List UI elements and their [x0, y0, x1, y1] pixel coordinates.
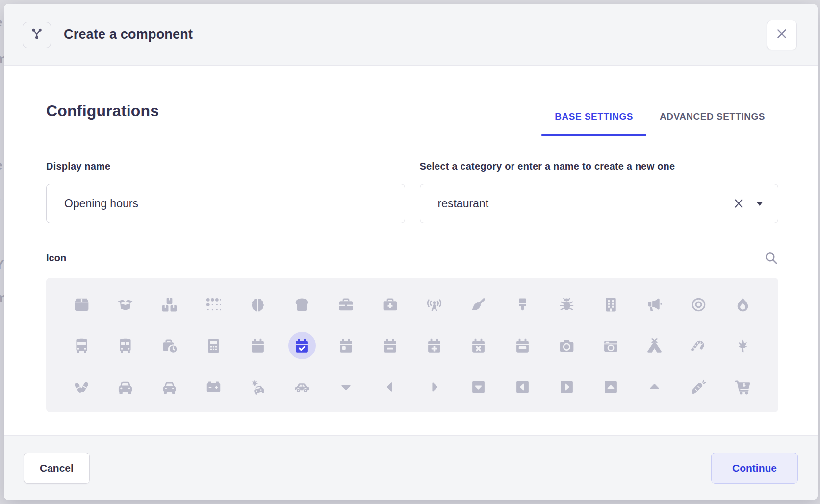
modal-header: Create a component: [4, 4, 818, 66]
camera-retro-icon[interactable]: [597, 332, 624, 359]
broom-icon[interactable]: [464, 291, 492, 318]
search-icon[interactable]: [764, 251, 778, 265]
calendar-times-icon[interactable]: [464, 332, 492, 359]
box-open-icon[interactable]: [112, 291, 139, 318]
caret-right-icon[interactable]: [420, 373, 448, 401]
bread-slice-icon[interactable]: [288, 291, 316, 318]
briefcase-medical-icon[interactable]: [376, 291, 404, 318]
bullseye-icon[interactable]: [685, 291, 713, 318]
calculator-icon[interactable]: [200, 332, 228, 359]
box-icon[interactable]: [68, 291, 95, 318]
close-button[interactable]: [767, 20, 797, 50]
display-name-input[interactable]: Opening hours: [46, 184, 405, 223]
modal-title: Create a component: [64, 27, 193, 42]
icon-grid: [46, 278, 778, 412]
background-text-fragment: m: [0, 290, 4, 305]
burn-icon[interactable]: [729, 291, 757, 318]
page-title: Configurations: [46, 102, 159, 135]
background-text-fragment: Y: [0, 257, 4, 273]
calendar-minus-icon[interactable]: [376, 332, 404, 359]
icon-grid-row-2: [68, 325, 757, 366]
calendar-week-icon[interactable]: [509, 332, 536, 359]
tab-advanced-settings[interactable]: ADVANCED SETTINGS: [646, 111, 778, 135]
brain-icon[interactable]: [244, 291, 272, 318]
modal-footer: Cancel Continue: [4, 435, 818, 500]
briefcase-icon[interactable]: [333, 291, 360, 318]
broadcast-tower-icon[interactable]: [420, 291, 448, 318]
bullhorn-icon[interactable]: [641, 291, 668, 318]
calendar-plus-icon[interactable]: [420, 332, 448, 359]
caret-square-down-icon[interactable]: [464, 373, 492, 401]
category-controls: [733, 198, 763, 209]
caret-square-up-icon[interactable]: [597, 373, 624, 401]
display-name-label: Display name: [46, 161, 405, 172]
braille-icon[interactable]: [200, 291, 228, 318]
icon-grid-row-1: [68, 284, 757, 325]
bus-icon[interactable]: [68, 332, 95, 359]
display-name-field-group: Display name Opening hours: [46, 161, 405, 223]
car-battery-icon[interactable]: [200, 373, 228, 401]
section-header: Configurations BASE SETTINGS ADVANCED SE…: [46, 102, 778, 135]
capsules-icon[interactable]: [68, 373, 95, 401]
caret-square-right-icon[interactable]: [553, 373, 580, 401]
cancel-button[interactable]: Cancel: [24, 453, 90, 484]
building-icon[interactable]: [597, 291, 624, 318]
clear-category-icon[interactable]: [733, 198, 744, 209]
caret-down-icon[interactable]: [333, 373, 360, 401]
carrot-icon[interactable]: [685, 373, 713, 401]
caret-up-icon[interactable]: [641, 373, 668, 401]
category-value: restaurant: [438, 197, 733, 210]
caret-left-icon[interactable]: [376, 373, 404, 401]
background-text-fragment: e: [0, 15, 2, 30]
tab-base-settings[interactable]: BASE SETTINGS: [541, 111, 646, 135]
category-field-group: Select a category or enter a name to cre…: [420, 161, 779, 223]
page-behind-strip: emertYmt: [0, 0, 4, 504]
cart-arrow-down-icon[interactable]: [729, 373, 757, 401]
create-component-modal: Create a component Configurations BASE S…: [4, 4, 818, 500]
calendar-icon[interactable]: [244, 332, 272, 359]
calendar-day-icon[interactable]: [333, 332, 360, 359]
bug-icon[interactable]: [553, 291, 580, 318]
dropdown-caret-icon[interactable]: [756, 202, 763, 206]
close-icon: [775, 27, 788, 42]
business-time-icon[interactable]: [156, 332, 183, 359]
form-row: Display name Opening hours Select a cate…: [46, 161, 778, 223]
candy-cane-icon[interactable]: [685, 332, 713, 359]
modal-body: Configurations BASE SETTINGS ADVANCED SE…: [4, 66, 818, 435]
display-name-value: Opening hours: [64, 197, 390, 210]
campground-icon[interactable]: [641, 332, 668, 359]
brush-icon[interactable]: [509, 291, 536, 318]
boxes-icon[interactable]: [156, 291, 183, 318]
camera-icon[interactable]: [553, 332, 580, 359]
icon-grid-row-3: [68, 366, 757, 407]
cannabis-icon[interactable]: [729, 332, 757, 359]
category-select[interactable]: restaurant: [420, 184, 779, 223]
background-text-fragment: e: [0, 158, 2, 173]
component-badge: [23, 22, 51, 48]
background-text-fragment: m: [0, 51, 4, 67]
share-nodes-icon: [29, 26, 44, 43]
icon-label: Icon: [46, 252, 66, 264]
settings-tabs: BASE SETTINGS ADVANCED SETTINGS: [541, 111, 778, 135]
car-alt-icon[interactable]: [156, 373, 183, 401]
background-text-fragment: r: [0, 194, 0, 209]
car-side-icon[interactable]: [288, 373, 316, 401]
bus-alt-icon[interactable]: [112, 332, 139, 359]
icon-picker-header: Icon: [46, 251, 778, 265]
category-label: Select a category or enter a name to cre…: [420, 161, 779, 172]
car-crash-icon[interactable]: [244, 373, 272, 401]
calendar-check-icon[interactable]: [288, 332, 316, 359]
continue-button[interactable]: Continue: [711, 453, 798, 484]
car-icon[interactable]: [112, 373, 139, 401]
caret-square-left-icon[interactable]: [509, 373, 536, 401]
